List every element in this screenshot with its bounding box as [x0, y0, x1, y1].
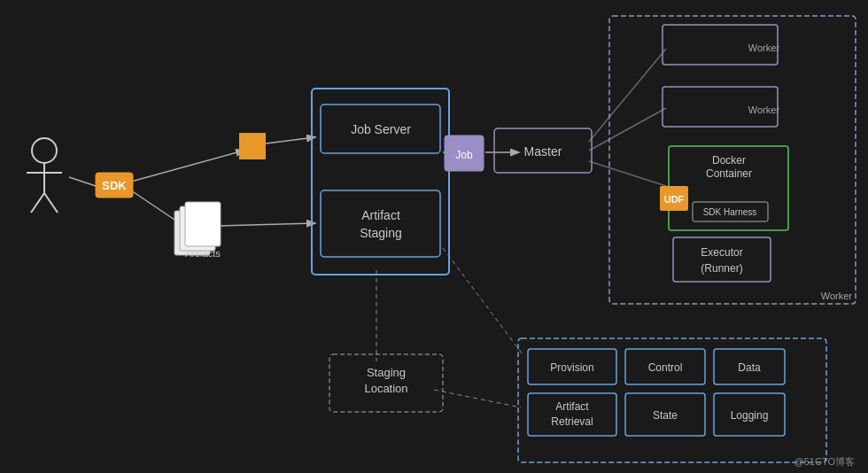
svg-text:(Runner): (Runner): [701, 262, 742, 275]
svg-rect-25: [239, 133, 266, 159]
svg-text:Staging: Staging: [360, 226, 401, 240]
svg-text:Location: Location: [364, 382, 407, 395]
svg-text:Container: Container: [706, 167, 752, 180]
svg-text:Artifacts: Artifacts: [185, 248, 221, 259]
svg-rect-23: [185, 202, 221, 246]
svg-text:Artifact: Artifact: [361, 208, 400, 222]
svg-text:Docker: Docker: [712, 154, 746, 167]
svg-text:Master: Master: [524, 144, 562, 159]
svg-text:Executor: Executor: [701, 246, 742, 259]
svg-text:Artifact: Artifact: [555, 400, 589, 413]
svg-text:Job Server: Job Server: [351, 122, 411, 136]
svg-text:SDK Harness: SDK Harness: [703, 207, 757, 217]
svg-text:SDK: SDK: [102, 179, 127, 192]
job-box: Job: [445, 136, 484, 171]
svg-text:Provision: Provision: [550, 361, 593, 374]
sdk-box: SDK: [96, 173, 133, 198]
svg-text:Job: Job: [455, 149, 473, 161]
udf-box: UDF: [660, 186, 688, 211]
svg-text:Worker: Worker: [748, 105, 780, 115]
artifacts-icon: Artifacts: [174, 202, 221, 259]
svg-text:Staging: Staging: [367, 366, 406, 379]
svg-text:Worker: Worker: [748, 43, 780, 53]
orange-connector-box: [239, 133, 266, 159]
svg-text:Data: Data: [738, 361, 761, 374]
svg-text:Retrieval: Retrieval: [551, 415, 593, 428]
svg-rect-0: [0, 0, 868, 473]
architecture-diagram: SDK Artifacts Job Server Artifact Stagin…: [0, 0, 868, 473]
worker3-label: Worker: [821, 291, 853, 301]
svg-text:Control: Control: [648, 361, 683, 374]
svg-text:State: State: [653, 409, 678, 422]
svg-text:Logging: Logging: [731, 409, 769, 422]
watermark: @51CTO博客: [794, 456, 855, 467]
svg-text:UDF: UDF: [664, 194, 685, 205]
